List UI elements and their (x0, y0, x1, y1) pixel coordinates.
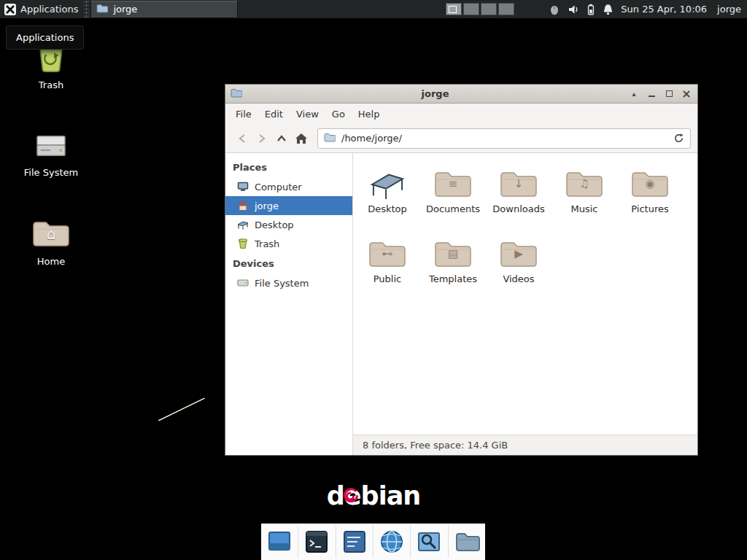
desk-icon (368, 169, 407, 200)
file-item-templates[interactable]: ▤ Templates (420, 233, 486, 303)
panel-clock[interactable]: Sun 25 Apr, 10:06 (621, 4, 707, 15)
file-item-downloads[interactable]: ↓ Downloads (486, 163, 551, 233)
location-folder-icon (324, 133, 336, 144)
sidebar-item-label: Computer (255, 182, 302, 192)
menu-file[interactable]: File (229, 105, 258, 123)
dock-launcher-display-settings[interactable] (265, 527, 294, 556)
debian-logo-text: debian (327, 481, 420, 510)
menubar: File Edit View Go Help (225, 104, 697, 124)
file-name: Music (571, 203, 598, 214)
sidebar-item-jorge[interactable]: jorge (225, 196, 352, 215)
desktop-icon-filesystem[interactable]: File System (16, 125, 86, 178)
toolbar: /home/jorge/ (225, 124, 697, 153)
close-button[interactable]: × (681, 88, 692, 100)
share-emblem-icon: ⊷ (368, 249, 407, 260)
menu-edit[interactable]: Edit (258, 105, 290, 123)
panel-drag-handle[interactable] (84, 0, 89, 18)
file-name: Templates (429, 273, 477, 284)
workspace-switcher (446, 3, 514, 15)
dock-launcher-terminal[interactable] (302, 527, 331, 556)
window-folder-icon (231, 87, 242, 101)
menu-view[interactable]: View (290, 105, 325, 123)
taskbar-window-label: jorge (113, 4, 137, 15)
tooltip-text: Applications (16, 32, 74, 43)
applications-menu-icon (4, 4, 16, 15)
desktop-icon-label: Trash (39, 79, 63, 90)
desktop-icon-home[interactable]: ⌂ Home (16, 214, 86, 267)
taskbar-window-button[interactable]: jorge (90, 1, 238, 18)
file-item-music[interactable]: ♫ Music (551, 163, 617, 233)
file-name: Desktop (368, 203, 407, 214)
dock-launcher-web-browser[interactable] (377, 527, 406, 556)
maximize-button[interactable] (663, 88, 675, 100)
folder-icon: ▤ (433, 239, 473, 270)
file-name: Pictures (631, 203, 668, 214)
file-name: Public (374, 273, 401, 284)
folder-icon: ◉ (630, 169, 670, 200)
battery-icon[interactable] (587, 4, 595, 15)
statusbar: 8 folders, Free space: 14.4 GiB (353, 435, 697, 455)
notifications-bell-icon[interactable] (603, 4, 614, 15)
folder-icon: ↓ (499, 169, 538, 200)
debian-logo: debian (0, 481, 747, 510)
sidebar-item-label: jorge (255, 201, 279, 211)
file-item-public[interactable]: ⊷ Public (355, 233, 420, 303)
file-name: Videos (503, 273, 534, 284)
minimize-button[interactable] (646, 88, 657, 100)
file-item-videos[interactable]: ▶ Videos (486, 233, 551, 303)
dock-launcher-text-console[interactable] (340, 527, 369, 556)
dock-separator (410, 526, 411, 558)
menu-go[interactable]: Go (325, 105, 352, 123)
file-item-documents[interactable]: ≡ Documents (420, 163, 486, 233)
reload-button[interactable] (673, 133, 684, 144)
sidebar-item-label: File System (255, 278, 309, 289)
sidebar-item-computer[interactable]: Computer (225, 177, 352, 196)
folder-icon: ▶ (499, 239, 538, 270)
desktop-icon-label: Home (37, 256, 65, 267)
sidebar-item-filesystem[interactable]: File System (225, 273, 352, 292)
debian-swirl-icon (342, 488, 358, 504)
menu-help[interactable]: Help (352, 105, 387, 123)
magnifier-icon (416, 529, 442, 555)
workspace-1[interactable] (446, 3, 462, 15)
folder-icon: ⊷ (368, 239, 407, 270)
folder-icon: ♫ (565, 169, 604, 200)
sidebar-item-desktop[interactable]: Desktop (225, 215, 352, 234)
window-titlebar[interactable]: jorge ▴ × (225, 85, 697, 104)
back-button[interactable] (232, 128, 252, 148)
folder-icon (454, 529, 480, 555)
sidebar-item-label: Trash (255, 238, 279, 249)
sidebar-item-trash[interactable]: Trash (225, 234, 352, 253)
workspace-4[interactable] (498, 3, 514, 15)
music-emblem-icon: ♫ (565, 179, 604, 190)
dock-launcher-application-finder[interactable] (414, 527, 444, 556)
file-item-pictures[interactable]: ◉ Pictures (617, 163, 683, 233)
camera-emblem-icon: ◉ (630, 179, 670, 190)
dock-separator (336, 526, 336, 558)
file-name: Documents (426, 203, 480, 214)
places-header: Places (225, 157, 352, 177)
dock-launcher-file-manager[interactable] (452, 527, 481, 556)
workspace-3[interactable] (481, 3, 497, 15)
home-button[interactable] (291, 128, 311, 148)
window-folder-icon (96, 4, 108, 15)
file-name: Downloads (492, 203, 544, 214)
desk-icon (236, 219, 249, 230)
globe-icon (379, 529, 405, 555)
file-icon-view[interactable]: Desktop ≡ Documents (353, 153, 697, 435)
computer-icon (236, 182, 249, 192)
forward-button[interactable] (252, 128, 271, 148)
up-button[interactable] (271, 128, 291, 148)
shade-button[interactable]: ▴ (628, 88, 640, 100)
sidebar: Places Computer jorge (225, 153, 353, 455)
panel-username: jorge (717, 4, 741, 15)
applications-menu-button[interactable]: Applications (0, 0, 84, 18)
window-title: jorge (247, 88, 623, 99)
workspace-2[interactable] (463, 3, 479, 15)
applications-menu-label: Applications (20, 4, 78, 15)
volume-icon[interactable] (568, 4, 579, 15)
file-item-desktop[interactable]: Desktop (355, 163, 420, 233)
location-bar[interactable]: /home/jorge/ (317, 128, 691, 149)
mouse-icon[interactable] (549, 4, 560, 15)
system-tray (549, 4, 614, 15)
